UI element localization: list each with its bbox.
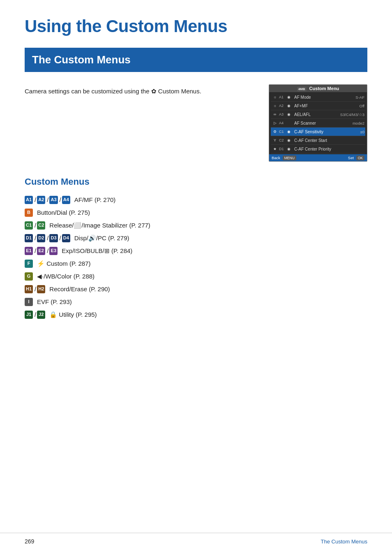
badge-group: C1 / C2	[25, 221, 46, 230]
cat-icon: ▷	[272, 120, 278, 126]
footer-set-label: Set OK	[348, 155, 364, 160]
badge-group: A1 / A2 / A3 / A4	[25, 195, 71, 204]
badge-d3: D3	[49, 234, 58, 242]
footer-section-title: The Custom Menus	[321, 538, 367, 545]
cm-value: S-AF	[355, 95, 364, 100]
menu-item-text: Record/Erase (P. 290)	[49, 285, 110, 293]
menu-item-text: Button/Dial (P. 275)	[37, 208, 90, 217]
list-item: B Button/Dial (P. 275)	[25, 208, 367, 217]
set-btn: OK	[356, 155, 364, 160]
camera-menu-row: ☼ A1 ◉ AF Mode S-AF	[271, 93, 365, 102]
cm-item-icon: ◉	[287, 112, 293, 116]
menu-item-text: AF/MF (P. 270)	[74, 195, 116, 204]
camera-menu-row: ▷ A4 AF Scanner mode2	[271, 119, 365, 128]
badge-i: I	[25, 298, 33, 306]
badge-group: H1 / H2	[25, 285, 46, 293]
badge-group: E1 / E2 / E3	[25, 246, 58, 255]
gear-icon: ✿	[151, 88, 158, 95]
intro-row: Camera settings can be customized using …	[25, 84, 367, 162]
cm-label: C-AF Center Priority	[294, 147, 363, 151]
badge-group: F	[25, 260, 34, 268]
page-title: Using the Custom Menus	[25, 16, 367, 36]
badge-c1: C1	[25, 221, 33, 230]
badge-a4: A4	[62, 196, 70, 204]
cat-icon: ★	[272, 146, 278, 152]
camera-menu-row: ★ D1 ◉ C-AF Center Priority	[271, 145, 365, 153]
menu-item-text: EVF (P. 293)	[37, 297, 72, 306]
cat-icon: ⚙	[272, 128, 278, 135]
menu-item-text: Disp/🔊/PC (P. 279)	[74, 234, 129, 242]
cm-sub: C1	[279, 130, 287, 134]
list-item: H1 / H2 Record/Erase (P. 290)	[25, 285, 367, 293]
badge-d2: D2	[37, 234, 45, 242]
badge-group: B	[25, 209, 34, 217]
menu-item-text: ⚡ Custom (P. 287)	[37, 259, 90, 268]
badge-d4: D4	[62, 234, 70, 242]
badge-a1: A1	[25, 196, 33, 204]
cm-item-icon: ◉	[287, 138, 293, 142]
camera-menu-size-tag: 4MB	[297, 87, 307, 91]
cm-sub: A4	[279, 121, 287, 125]
list-item: D1 / D2 / D3 / D4 Disp/🔊/PC (P. 279)	[25, 234, 367, 242]
cat-icon: Y	[272, 137, 278, 144]
badge-j1: J1	[25, 311, 33, 319]
cm-label: AEL/AFL	[294, 112, 339, 117]
cm-value: mode2	[353, 121, 364, 125]
intro-paragraph: Camera settings can be customized using …	[25, 84, 256, 96]
cm-label: C-AF Sensitivity	[294, 130, 359, 134]
badge-group: G	[25, 272, 34, 281]
list-item: C1 / C2 Release/⬜/Image Stabilizer (P. 2…	[25, 221, 367, 230]
cm-label: C-AF Center Start	[294, 138, 363, 143]
cm-label: AF Mode	[294, 95, 354, 100]
section-header: The Custom Menus	[25, 48, 367, 72]
footer-page-number: 269	[25, 538, 34, 545]
cm-sub: A1	[279, 95, 287, 99]
badge-h2: H2	[37, 285, 45, 293]
camera-menu-footer: Back MENU Set OK	[269, 154, 367, 161]
camera-menu-row-current: ⚙ C1 ◉ C-AF Sensitivity ±0	[271, 128, 365, 136]
cm-item-icon: ◉	[287, 95, 293, 99]
cm-value: Off	[360, 104, 365, 108]
cm-item-icon: ◉	[287, 130, 293, 134]
cat-icon: ☼	[272, 94, 278, 100]
camera-menu-row: ∞ A3 ◉ AEL/AFL S3/C4/M3/☆3	[271, 110, 365, 119]
menu-item-text: Exp/ISO/BULB/⊞ (P. 284)	[62, 246, 132, 255]
badge-e2: E2	[37, 247, 45, 255]
list-item: F ⚡ Custom (P. 287)	[25, 259, 367, 268]
cm-item-icon: ◉	[287, 104, 293, 108]
badge-b: B	[25, 209, 33, 217]
camera-menu-title: 4MB Custom Menu	[269, 85, 367, 92]
page-footer: 269 The Custom Menus	[0, 533, 392, 545]
badge-h1: H1	[25, 285, 33, 293]
menu-item-text: ◀·/WB/Color (P. 288)	[37, 272, 95, 281]
badge-j2: J2	[37, 311, 45, 319]
badge-f: F	[25, 260, 33, 268]
badge-c2: C2	[37, 221, 45, 230]
cm-sub: C2	[279, 138, 287, 142]
cm-sub: D1	[279, 147, 287, 151]
cat-icon: ∞	[272, 111, 278, 118]
badge-group: I	[25, 298, 34, 306]
badge-group: J1 / J2	[25, 310, 46, 319]
cm-label: AF Scanner	[294, 121, 351, 125]
cm-item-icon: ◉	[287, 147, 293, 151]
cm-label: AF+MF	[294, 104, 358, 108]
camera-menu-row: ☼ A2 ◉ AF+MF Off	[271, 102, 365, 110]
section-header-text: The Custom Menus	[32, 53, 360, 66]
menu-list: A1 / A2 / A3 / A4 AF/MF (P. 270) B Butto…	[25, 195, 367, 319]
cat-icon: ☼	[272, 102, 278, 109]
list-item: G ◀·/WB/Color (P. 288)	[25, 272, 367, 281]
custom-menus-section: Custom Menus A1 / A2 / A3 / A4 AF/MF (P.…	[25, 176, 367, 319]
back-btn: MENU	[283, 155, 296, 160]
badge-e3: E3	[49, 247, 58, 255]
footer-back-label: Back MENU	[272, 155, 296, 160]
menu-item-text: Release/⬜/Image Stabilizer (P. 277)	[49, 221, 150, 230]
list-item: J1 / J2 🔒 Utility (P. 295)	[25, 310, 367, 319]
badge-a2: A2	[37, 196, 45, 204]
list-item: A1 / A2 / A3 / A4 AF/MF (P. 270)	[25, 195, 367, 204]
list-item: I EVF (P. 293)	[25, 297, 367, 306]
cm-value: ±0	[360, 130, 365, 134]
badge-group: D1 / D2 / D3 / D4	[25, 234, 71, 242]
camera-menu-body: ☼ A1 ◉ AF Mode S-AF ☼ A2 ◉ AF+MF Off ∞ A…	[269, 92, 367, 154]
badge-a3: A3	[49, 196, 58, 204]
